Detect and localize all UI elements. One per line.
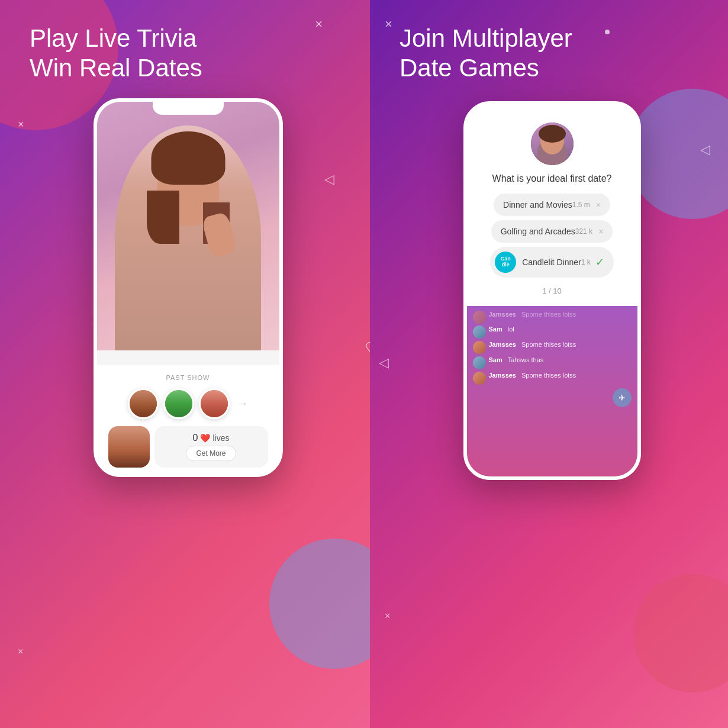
chat-message-0: Jamsses Spome thises lotss [473,311,632,324]
right-title-line1: Join Multiplayer [400,24,572,52]
quiz-question: What is your ideal first date? [481,172,624,185]
user-thumbnail [108,426,150,468]
answer-x-2: × [598,227,603,236]
past-show-arrow: → [237,397,249,410]
right-panel-title: Join Multiplayer Date Games [394,24,572,83]
deco-x-right-top: × [385,17,392,32]
deco-circle-right-top [627,89,728,219]
past-show-title: PAST SHOW [106,374,270,381]
answer-text-3: Candlelit Dinner [522,257,581,267]
answer-count-2: 321 k [575,227,592,236]
chat-text-4: Spome thises lotss [521,372,576,379]
avatar-man2 [163,388,194,419]
chat-text-3: Tahsws thas [508,356,544,363]
lives-row: 0 ❤️ lives [193,433,230,443]
chat-name-3: Sam [489,356,502,363]
chat-text-1: lol [508,326,514,333]
deco-triangle-left: ◁ [324,172,334,187]
left-title-line2: Win Real Dates [30,54,202,82]
woman-photo [97,102,279,350]
chat-avatar-2 [473,341,486,354]
heart-icon: ❤️ [200,433,210,443]
left-panel-title: Play Live Trivia Win Real Dates [30,24,202,83]
answer-option-3[interactable]: Candle Candlelit Dinner 1 k ✓ [490,247,614,278]
send-button-row: ✈ [473,388,632,407]
deco-x-mid-left: × [18,118,24,131]
woman-hair-left [147,191,179,244]
chat-avatar-4 [473,372,486,385]
chat-section: Jamsses Spome thises lotss Sam lol Jamss… [467,306,637,476]
answer-x-1: × [596,200,601,210]
phone-left: PAST SHOW → [94,98,283,477]
deco-x-right-bottom: × [385,611,390,621]
woman-hair-top [151,131,225,185]
chat-avatar-fade [473,311,486,324]
chat-text-fade: Spome thises lotss [521,311,576,318]
quiz-top: What is your ideal first date? Dinner an… [467,105,637,306]
deco-circle-right [269,539,370,669]
send-button[interactable]: ✈ [613,388,632,407]
phone-right-inner: What is your ideal first date? Dinner an… [467,105,637,476]
chat-message-3: Sam Tahsws thas [473,356,632,369]
deco-dot-right-top [605,30,610,34]
chat-avatar-3 [473,356,486,369]
lives-box: 0 ❤️ lives Get More [154,426,268,468]
deco-x-top: × [315,17,323,32]
chat-name-1: Sam [489,326,502,333]
app-container: × × ◁ × Play Live Trivia Win Real Dates [0,0,728,728]
right-panel: × ◁ ◁ × Join Multiplayer Date Games [370,0,728,728]
bottom-bar: 0 ❤️ lives Get More [106,426,270,468]
deco-triangle-right-1: ◁ [700,142,710,157]
answer-count-3: 1 k [581,258,591,266]
chat-name-4: Jamsses [489,372,517,379]
quiz-avatar [531,123,574,165]
chat-avatar-1 [473,326,486,339]
answer-option-2[interactable]: Golfing and Arcades 321 k × [491,220,613,243]
get-more-button[interactable]: Get More [186,446,236,461]
lives-label: lives [212,433,229,443]
send-icon: ✈ [619,393,626,402]
deco-x-bottom-left: × [18,646,23,657]
teal-circle: Candle [495,252,516,273]
chat-message-1: Sam lol [473,326,632,339]
answer-option-1[interactable]: Dinner and Movies 1.5 m × [494,194,610,216]
chat-message-2: Jamsses Spome thises lotss [473,341,632,354]
avatar-man1 [128,388,159,419]
past-show-avatars: → [106,388,270,419]
answer-text-2: Golfing and Arcades [501,227,575,236]
teal-circle-label: Candle [501,256,511,268]
left-panel: × × ◁ × Play Live Trivia Win Real Dates [0,0,370,728]
phone-notch-right [517,105,588,118]
right-title-line2: Date Games [400,54,539,82]
check-icon: ✓ [595,256,604,269]
phone-notch-left [153,102,224,115]
chat-message-4: Jamsses Spome thises lotss [473,372,632,385]
left-title-line1: Play Live Trivia [30,24,197,52]
phone-left-inner: PAST SHOW → [97,102,279,473]
page-counter: 1 / 10 [542,286,562,295]
deco-circle-right-bottom [633,574,728,692]
chat-text-2: Spome thises lotss [521,341,576,348]
chat-name-2: Jamsses [489,341,517,348]
answer-text-1: Dinner and Movies [503,200,572,210]
deco-triangle-right-2: ◁ [379,355,389,371]
avatar-woman2 [199,388,230,419]
phone-right: What is your ideal first date? Dinner an… [463,101,641,480]
answer-count-1: 1.5 m [572,201,590,209]
lives-count: 0 [193,433,198,443]
heart-decoration: ♡ [365,339,370,359]
past-show-section: PAST SHOW → [97,365,279,473]
chat-name-fade: Jamsses [489,311,517,318]
